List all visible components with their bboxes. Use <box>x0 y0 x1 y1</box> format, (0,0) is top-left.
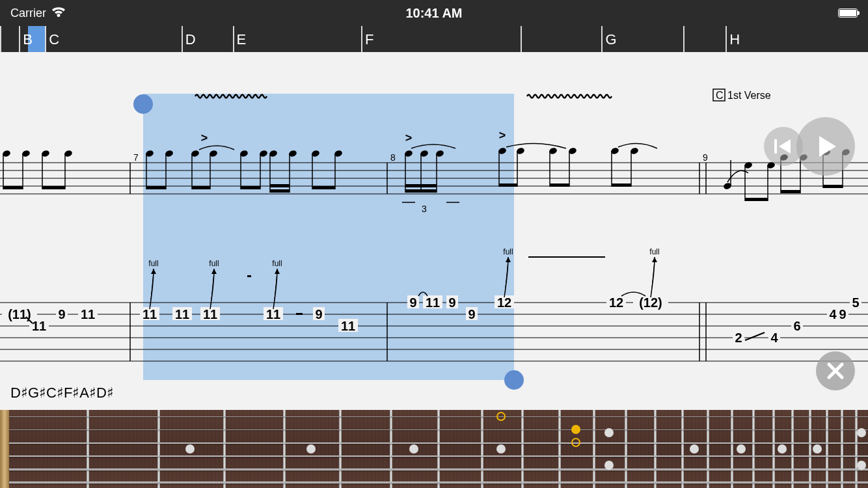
svg-rect-162 <box>296 313 303 315</box>
svg-text:full: full <box>503 247 513 256</box>
svg-text:9: 9 <box>409 295 416 310</box>
section-marker[interactable]: B <box>23 31 33 48</box>
svg-rect-166 <box>774 139 777 154</box>
svg-text:11: 11 <box>203 307 217 321</box>
svg-marker-168 <box>819 136 836 157</box>
svg-text:11: 11 <box>266 307 280 321</box>
clock: 10:41 AM <box>405 6 462 21</box>
svg-text:4: 4 <box>770 331 778 345</box>
loop-selection[interactable] <box>143 94 514 380</box>
svg-text:9: 9 <box>315 307 322 321</box>
svg-text:11: 11 <box>142 307 157 321</box>
svg-line-149 <box>745 332 765 340</box>
svg-text:12: 12 <box>609 295 623 310</box>
svg-text:11: 11 <box>32 319 46 333</box>
battery-icon <box>838 8 858 18</box>
svg-text:C: C <box>716 90 724 101</box>
section-nav[interactable]: BCDEFGH <box>0 26 868 52</box>
svg-rect-53 <box>270 184 290 187</box>
wifi-icon <box>51 7 66 20</box>
svg-text:full: full <box>649 247 659 256</box>
svg-text:11: 11 <box>341 319 355 333</box>
svg-text:(12): (12) <box>639 295 662 310</box>
tuning-label: D♯G♯C♯F♯A♯D♯ <box>10 385 114 401</box>
svg-rect-52 <box>270 189 290 193</box>
svg-rect-161 <box>247 275 251 277</box>
section-marker[interactable]: C <box>49 31 59 48</box>
svg-text:9: 9 <box>703 152 708 163</box>
svg-text:1st Verse: 1st Verse <box>727 90 771 101</box>
svg-rect-91 <box>745 198 768 201</box>
svg-rect-58 <box>312 186 335 189</box>
play-button[interactable] <box>796 117 855 176</box>
svg-rect-96 <box>781 190 800 193</box>
svg-rect-41 <box>192 186 210 189</box>
svg-text:11: 11 <box>426 295 440 310</box>
svg-text:2: 2 <box>735 331 742 345</box>
svg-rect-65 <box>405 189 437 193</box>
svg-text:>: > <box>499 129 506 142</box>
fret-press <box>571 425 580 434</box>
svg-text:12: 12 <box>497 295 511 310</box>
svg-rect-26 <box>3 186 23 189</box>
svg-marker-167 <box>779 139 791 154</box>
svg-rect-79 <box>550 183 569 187</box>
svg-text:6: 6 <box>793 319 800 333</box>
svg-text:9: 9 <box>839 307 846 321</box>
svg-rect-84 <box>612 183 631 187</box>
loop-end-handle[interactable] <box>504 370 524 390</box>
svg-text:11: 11 <box>81 307 95 321</box>
svg-text:9: 9 <box>468 307 475 321</box>
score-area[interactable]: 789>>3> (11)1191111full1111full11full911… <box>0 52 868 410</box>
section-marker[interactable]: H <box>729 31 740 48</box>
svg-text:8: 8 <box>390 152 396 163</box>
svg-text:9: 9 <box>58 307 65 321</box>
section-marker[interactable]: G <box>605 31 616 48</box>
svg-text:full: full <box>148 259 158 268</box>
svg-rect-31 <box>42 186 65 189</box>
svg-text:5: 5 <box>852 295 859 310</box>
rehearsal-mark: C1st Verse <box>713 89 771 101</box>
loop-start-handle[interactable] <box>133 94 153 114</box>
svg-text:7: 7 <box>133 152 139 163</box>
svg-text:full: full <box>272 259 282 268</box>
carrier-label: Carrier <box>10 7 46 20</box>
svg-text:full: full <box>209 259 219 268</box>
svg-text:4: 4 <box>829 307 837 321</box>
section-marker[interactable]: F <box>365 31 373 48</box>
svg-text:11: 11 <box>175 307 189 321</box>
svg-marker-145 <box>652 257 657 262</box>
section-marker[interactable]: D <box>185 31 196 48</box>
svg-rect-73 <box>499 183 517 187</box>
section-marker[interactable]: E <box>237 31 247 48</box>
svg-text:3: 3 <box>422 204 427 214</box>
svg-rect-101 <box>823 185 843 188</box>
svg-rect-66 <box>405 184 437 187</box>
svg-rect-47 <box>241 186 260 189</box>
svg-rect-36 <box>146 186 166 189</box>
status-bar: Carrier 10:41 AM <box>0 0 868 26</box>
svg-text:9: 9 <box>448 295 455 310</box>
svg-text:>: > <box>405 131 413 144</box>
close-button[interactable] <box>816 351 855 390</box>
fretboard[interactable] <box>0 410 868 488</box>
svg-text:>: > <box>201 131 208 144</box>
